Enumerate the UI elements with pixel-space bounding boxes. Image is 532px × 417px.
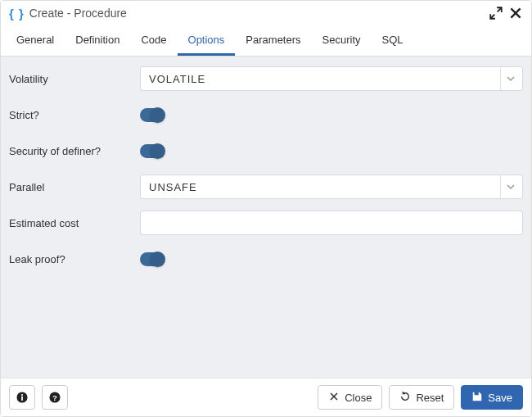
parallel-value: UNSAFE [149,181,498,193]
leakproof-toggle[interactable] [140,252,165,266]
tabs: General Definition Code Options Paramete… [1,25,531,57]
procedure-icon: { } [9,7,25,20]
svg-point-4 [21,394,23,396]
volatility-row: Volatility VOLATILE [9,66,523,91]
parallel-select[interactable]: UNSAFE [140,175,523,199]
tab-sql[interactable]: SQL [372,25,414,56]
security-toggle[interactable] [140,144,165,158]
volatility-label: Volatility [9,73,140,85]
tab-security[interactable]: Security [312,25,372,56]
reset-button-label: Reset [416,392,444,404]
cost-input[interactable] [149,211,516,234]
close-x-icon [328,391,340,405]
security-label: Security of definer? [9,145,140,157]
strict-label: Strict? [9,109,140,121]
strict-row: Strict? [9,102,523,127]
save-button[interactable]: Save [461,385,523,410]
maximize-icon[interactable] [489,6,503,20]
leakproof-label: Leak proof? [9,253,140,265]
reset-button[interactable]: Reset [389,385,454,410]
parallel-row: Parallel UNSAFE [9,175,523,199]
options-panel: Volatility VOLATILE Strict? Security of … [1,57,531,378]
chevron-down-icon [506,182,516,192]
help-button[interactable]: ? [42,385,68,410]
tab-options[interactable]: Options [178,25,236,56]
svg-text:?: ? [52,393,57,402]
leakproof-row: Leak proof? [9,247,523,271]
save-button-label: Save [488,392,512,404]
strict-toggle[interactable] [140,108,165,122]
close-button[interactable]: Close [318,385,382,410]
cost-row: Estimated cost [9,211,523,235]
reset-icon [399,391,411,405]
tab-code[interactable]: Code [130,25,177,56]
tab-parameters[interactable]: Parameters [235,25,311,56]
security-row: Security of definer? [9,138,523,163]
close-icon[interactable] [508,6,523,20]
titlebar: { } Create - Procedure [1,1,531,25]
info-button[interactable] [9,385,35,410]
tab-general[interactable]: General [6,25,65,56]
dialog-title: Create - Procedure [29,7,127,20]
tab-definition[interactable]: Definition [65,25,130,56]
cost-label: Estimated cost [9,217,140,229]
cost-input-wrap [140,211,523,235]
parallel-label: Parallel [9,181,140,193]
volatility-select[interactable]: VOLATILE [140,66,523,91]
save-icon [471,391,483,405]
dialog-create-procedure: { } Create - Procedure General Definitio… [0,0,532,417]
footer: ? Close Reset Save [1,378,531,416]
svg-rect-3 [21,397,23,401]
close-button-label: Close [345,392,372,404]
chevron-down-icon [506,74,516,84]
volatility-value: VOLATILE [149,73,498,85]
